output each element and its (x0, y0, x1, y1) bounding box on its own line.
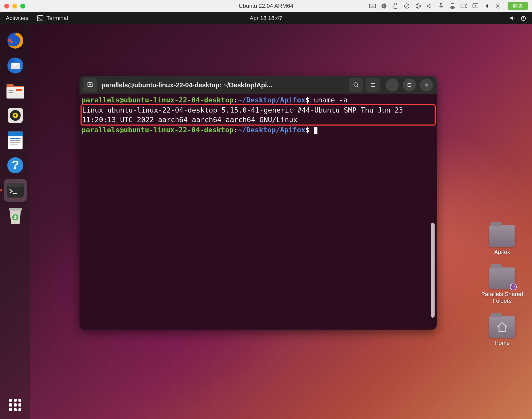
show-applications[interactable] (9, 399, 22, 411)
svg-rect-16 (394, 3, 396, 5)
topbar-status[interactable] (510, 15, 526, 21)
svg-rect-48 (10, 142, 21, 143)
svg-rect-17 (394, 5, 397, 9)
dock-rhythmbox[interactable] (4, 104, 27, 127)
svg-rect-49 (10, 145, 18, 145)
svg-text:?: ? (12, 158, 19, 172)
network-off-icon[interactable] (403, 3, 410, 9)
folder-label: Parallels Shared Folders (477, 291, 527, 304)
dock-trash[interactable] (4, 204, 27, 227)
ubuntu-desktop: Activities Terminal Apr 18 18:47 (0, 12, 532, 419)
topbar-app-name: Terminal (46, 15, 68, 22)
fullscreen-icon[interactable] (20, 4, 25, 9)
minimize-button[interactable] (386, 78, 399, 91)
buy-button[interactable]: 购买 (508, 2, 528, 10)
share-icon[interactable] (472, 3, 479, 9)
svg-point-60 (354, 83, 357, 86)
cpu-icon[interactable] (380, 3, 388, 9)
menu-button[interactable] (366, 78, 380, 92)
gnome-topbar: Activities Terminal Apr 18 18:47 (0, 12, 532, 24)
svg-rect-53 (7, 183, 24, 187)
terminal-window: parallels@ubuntu-linux-22-04-desktop: ~/… (79, 76, 437, 330)
folder-label: Apifox (494, 249, 510, 256)
desktop-wallpaper-area[interactable]: ? parallels@ubuntu- (0, 24, 532, 419)
terminal-titlebar[interactable]: parallels@ubuntu-linux-22-04-desktop: ~/… (79, 76, 437, 94)
svg-rect-66 (408, 83, 411, 87)
mac-vm-window: Ubuntu 22.04 ARM64 购买 Activities Termina… (0, 0, 532, 419)
dock-help[interactable]: ? (4, 154, 27, 177)
prompt-user-2: parallels@ubuntu-linux-22-04-desktop (82, 126, 234, 134)
prompt-user: parallels@ubuntu-linux-22-04-desktop (82, 96, 234, 104)
desktop-folder-shared[interactable]: Parallels Shared Folders (477, 267, 527, 304)
svg-rect-37 (9, 90, 13, 91)
svg-line-19 (405, 4, 409, 8)
terminal-icon (37, 15, 43, 21)
home-icon (496, 321, 508, 333)
topbar-clock[interactable]: Apr 18 18:47 (250, 15, 282, 22)
svg-point-30 (497, 5, 499, 7)
minimize-icon[interactable] (12, 4, 17, 9)
close-icon[interactable] (4, 4, 9, 9)
power-icon (521, 15, 526, 21)
uname-output: Linux ubuntu-linux-22-04-desktop 5.15.0-… (82, 106, 403, 124)
vm-title: Ubuntu 22.04 ARM64 (239, 3, 293, 9)
svg-rect-7 (383, 5, 385, 7)
ubuntu-dock: ? (0, 24, 30, 419)
svg-rect-45 (8, 132, 23, 136)
folder-icon (489, 316, 515, 338)
mic-icon[interactable] (437, 3, 445, 9)
dock-thunderbird[interactable] (4, 54, 27, 77)
terminal-title: parallels@ubuntu-linux-22-04-desktop: ~/… (102, 81, 346, 89)
link-badge-icon (510, 284, 517, 290)
mac-titlebar: Ubuntu 22.04 ARM64 购买 (0, 0, 532, 12)
svg-point-43 (14, 114, 16, 116)
dock-files[interactable] (4, 79, 27, 102)
folder-icon (489, 267, 515, 289)
svg-rect-55 (9, 208, 22, 211)
close-button[interactable] (420, 78, 433, 91)
command-text: uname -a (314, 96, 348, 104)
dock-writer[interactable] (4, 129, 27, 152)
globe-icon[interactable] (415, 3, 422, 9)
printer-icon[interactable] (449, 3, 456, 9)
parallels-menu: 购买 (369, 2, 528, 10)
svg-rect-0 (369, 4, 376, 8)
sound-icon[interactable] (426, 3, 433, 9)
topbar-app-indicator[interactable]: Terminal (37, 15, 68, 22)
svg-rect-6 (382, 4, 385, 8)
svg-rect-39 (16, 89, 22, 91)
dock-firefox[interactable] (4, 29, 27, 52)
svg-rect-38 (9, 92, 13, 93)
svg-rect-47 (10, 140, 21, 141)
terminal-scrollbar[interactable] (431, 223, 435, 318)
prompt-path: ~/Desktop/Apifox (238, 96, 305, 104)
new-tab-button[interactable] (83, 78, 97, 92)
camera-icon[interactable] (460, 3, 468, 9)
svg-rect-27 (451, 3, 454, 5)
dock-terminal[interactable] (4, 179, 27, 202)
svg-rect-28 (461, 4, 465, 8)
highlighted-output: Linux ubuntu-linux-22-04-desktop 5.15.0-… (81, 104, 436, 126)
activities-button[interactable]: Activities (6, 15, 28, 22)
traffic-lights (4, 4, 25, 9)
svg-line-61 (357, 86, 358, 87)
svg-rect-23 (440, 3, 442, 6)
maximize-button[interactable] (403, 78, 416, 91)
volume-icon (510, 15, 516, 21)
svg-rect-25 (450, 5, 455, 8)
gear-icon[interactable] (495, 3, 502, 9)
folder-icon (489, 225, 515, 247)
keyboard-icon[interactable] (369, 3, 376, 9)
desktop-folder-apifox[interactable]: Apifox (489, 225, 515, 256)
terminal-content[interactable]: parallels@ubuntu-linux-22-04-desktop:~/D… (79, 94, 437, 330)
back-icon[interactable] (483, 3, 490, 9)
folder-label: Home (495, 340, 510, 346)
desktop-folder-home[interactable]: Home (489, 316, 515, 346)
svg-rect-46 (10, 138, 21, 139)
usb-icon[interactable] (392, 3, 399, 9)
cursor (314, 127, 317, 134)
search-button[interactable] (349, 78, 363, 92)
desktop-icons: Apifox Parallels Shared Folders Home (477, 225, 527, 346)
prompt-path-2: ~/Desktop/Apifox (238, 126, 305, 134)
svg-rect-31 (37, 16, 43, 21)
